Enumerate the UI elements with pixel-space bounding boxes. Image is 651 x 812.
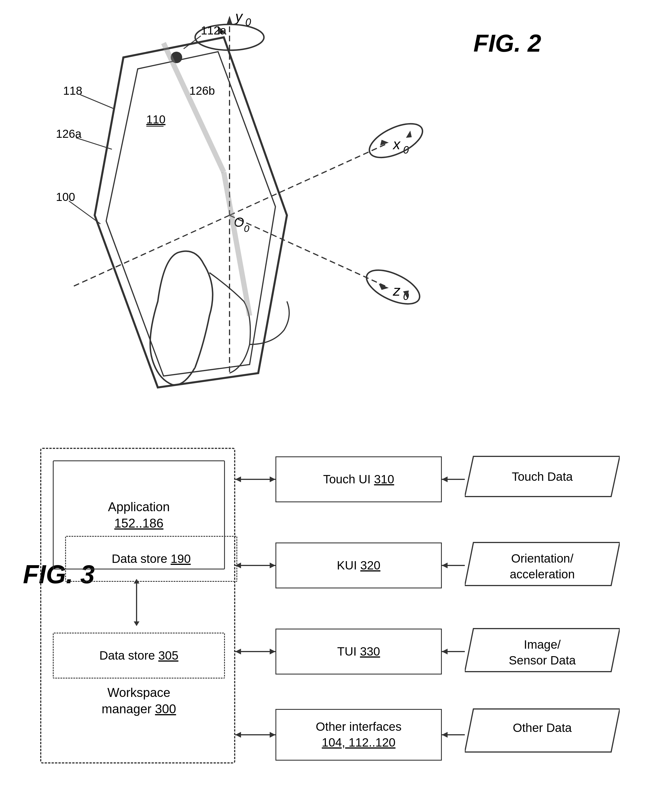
data-shapes-svg: Touch Data Orientation/ acceleration Ima…: [465, 448, 620, 763]
svg-text:Orientation/: Orientation/: [511, 552, 573, 565]
svg-line-5: [230, 143, 387, 215]
svg-marker-57: [235, 732, 241, 738]
svg-text:126b: 126b: [189, 84, 215, 97]
svg-line-28: [76, 138, 112, 149]
application-label: Application 152..186: [108, 499, 169, 531]
svg-marker-65: [442, 732, 448, 738]
svg-marker-50: [270, 563, 276, 568]
fig3-diagram: Application 152..186 Data store 190 Data…: [40, 448, 614, 792]
kui-label: KUI 320: [337, 558, 380, 574]
svg-marker-54: [235, 649, 241, 655]
svg-text:FIG. 2: FIG. 2: [473, 29, 541, 57]
svg-text:z: z: [392, 283, 401, 299]
svg-line-26: [80, 95, 115, 109]
svg-text:112a: 112a: [201, 24, 227, 37]
datastore-305-label: Data store 305: [99, 649, 178, 662]
svg-marker-19: [406, 131, 412, 138]
svg-line-9: [230, 215, 387, 287]
fig2-diagram: FIG. 2 y 0 x 0 z 0 O 0 112a 118 126a: [0, 0, 651, 430]
svg-text:y: y: [235, 9, 243, 25]
workspace-manager-outer-box: Application 152..186 Data store 190 Data…: [40, 448, 235, 763]
svg-marker-59: [442, 476, 448, 482]
svg-marker-2: [227, 16, 232, 24]
datastore-190-label: Data store 190: [111, 552, 191, 566]
application-box: Application 152..186 Data store 190: [53, 460, 225, 569]
svg-marker-53: [270, 649, 276, 655]
other-interfaces-label: Other interfaces104, 112..120: [316, 719, 402, 750]
interface-boxes: Touch UI 310 KUI 320 TUI 330 Other inter…: [276, 448, 442, 763]
datastore-305-box: Data store 305: [53, 633, 225, 679]
svg-text:x: x: [392, 136, 401, 153]
svg-text:110: 110: [146, 113, 166, 126]
svg-line-13: [72, 215, 230, 287]
svg-marker-56: [270, 732, 276, 738]
workspace-manager-label: Workspacemanager 300: [53, 684, 225, 717]
other-interfaces-box: Other interfaces104, 112..120: [276, 709, 442, 761]
svg-text:100: 100: [56, 191, 75, 203]
tui-box: TUI 330: [276, 629, 442, 675]
tui-label: TUI 330: [337, 644, 380, 659]
svg-text:Touch Data: Touch Data: [512, 470, 573, 483]
fig3-area: FIG. 3 Application 152..186 Data store 1…: [0, 430, 651, 812]
svg-marker-10: [379, 284, 389, 290]
kui-box: KUI 320: [276, 542, 442, 588]
svg-text:Sensor Data: Sensor Data: [509, 653, 576, 667]
svg-line-34: [163, 43, 224, 172]
svg-text:Other Data: Other Data: [513, 721, 572, 734]
touch-ui-label: Touch UI 310: [323, 472, 394, 487]
svg-marker-48: [235, 476, 241, 482]
touch-ui-box: Touch UI 310: [276, 456, 442, 502]
svg-text:118: 118: [63, 84, 82, 97]
svg-marker-61: [442, 563, 448, 568]
svg-text:Image/: Image/: [524, 638, 561, 651]
vertical-arrow: [136, 580, 137, 626]
application-ref: 152..186: [114, 516, 163, 530]
svg-text:acceleration: acceleration: [510, 568, 575, 581]
svg-marker-63: [442, 649, 448, 655]
datastore-190-box: Data store 190: [65, 536, 237, 582]
svg-text:0: 0: [244, 223, 249, 234]
svg-marker-47: [270, 476, 276, 482]
